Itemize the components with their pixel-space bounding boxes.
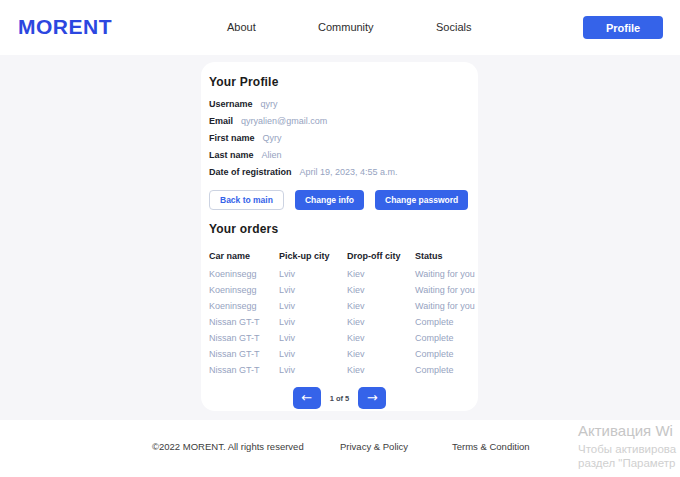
table-row: Koeninsegg Lviv Kiev Waiting for you [209, 282, 470, 298]
col-header-pickup-city: Pick-up city [279, 251, 347, 261]
nav-item-socials[interactable]: Socials [436, 21, 471, 33]
cell-dropoff-city: Kiev [347, 285, 415, 295]
cell-status: Waiting for you [415, 285, 475, 295]
next-page-button[interactable]: → [358, 387, 386, 409]
cell-pickup-city: Lviv [279, 333, 347, 343]
registration-date-value: April 19, 2023, 4:55 a.m. [300, 167, 398, 177]
col-header-dropoff-city: Drop-off city [347, 251, 415, 261]
email-label: Email [209, 116, 233, 126]
profile-button[interactable]: Profile [583, 16, 663, 39]
first-name-value: Qyry [263, 133, 282, 143]
header: MORENT About Community Socials Profile [0, 0, 680, 55]
last-name-label: Last name [209, 150, 254, 160]
page-indicator: 1 of 5 [330, 394, 350, 403]
change-password-button[interactable]: Change password [375, 190, 468, 210]
nav-item-community[interactable]: Community [318, 21, 374, 33]
cell-car-name: Nissan GT-T [209, 365, 279, 375]
table-row: Nissan GT-T Lviv Kiev Complete [209, 314, 470, 330]
profile-field-first-name: First name Qyry [209, 133, 470, 150]
profile-actions: Back to main Change info Change password [209, 190, 470, 210]
profile-field-email: Email qyryalien@gmail.com [209, 116, 470, 133]
profile-section-title: Your Profile [209, 75, 470, 89]
profile-card: Your Profile Username qyry Email qyryali… [201, 62, 478, 411]
watermark-title: Активация Wi [578, 422, 680, 439]
cell-pickup-city: Lviv [279, 365, 347, 375]
cell-status: Waiting for you [415, 269, 475, 279]
back-to-main-button[interactable]: Back to main [209, 190, 284, 210]
cell-pickup-city: Lviv [279, 301, 347, 311]
arrow-right-icon: → [367, 390, 378, 405]
cell-car-name: Nissan GT-T [209, 349, 279, 359]
main-content-area: Your Profile Username qyry Email qyryali… [0, 55, 680, 420]
cell-status: Complete [415, 365, 470, 375]
cell-dropoff-city: Kiev [347, 333, 415, 343]
cell-status: Complete [415, 333, 470, 343]
table-row: Nissan GT-T Lviv Kiev Complete [209, 330, 470, 346]
pagination: ← 1 of 5 → [209, 387, 470, 409]
username-value: qyry [261, 99, 278, 109]
cell-car-name: Koeninsegg [209, 269, 279, 279]
col-header-car-name: Car name [209, 251, 279, 261]
cell-dropoff-city: Kiev [347, 317, 415, 327]
table-row: Koeninsegg Lviv Kiev Waiting for you [209, 266, 470, 282]
table-row: Koeninsegg Lviv Kiev Waiting for you [209, 298, 470, 314]
windows-activation-watermark: Активация Wi Чтобы активирова раздел "Па… [578, 422, 680, 469]
cell-dropoff-city: Kiev [347, 349, 415, 359]
watermark-subtitle-2: раздел "Параметр [578, 457, 680, 469]
table-row: Nissan GT-T Lviv Kiev Complete [209, 346, 470, 362]
cell-pickup-city: Lviv [279, 269, 347, 279]
last-name-value: Alien [262, 150, 282, 160]
cell-pickup-city: Lviv [279, 285, 347, 295]
cell-car-name: Nissan GT-T [209, 333, 279, 343]
table-row: Nissan GT-T Lviv Kiev Complete [209, 362, 470, 378]
orders-table-header: Car name Pick-up city Drop-off city Stat… [209, 248, 470, 264]
cell-dropoff-city: Kiev [347, 365, 415, 375]
profile-field-last-name: Last name Alien [209, 150, 470, 167]
footer-link-privacy[interactable]: Privacy & Policy [340, 441, 408, 452]
col-header-status: Status [415, 251, 470, 261]
registration-date-label: Date of registration [209, 167, 292, 177]
cell-car-name: Nissan GT-T [209, 317, 279, 327]
orders-table: Car name Pick-up city Drop-off city Stat… [209, 248, 470, 378]
cell-status: Complete [415, 317, 470, 327]
footer-link-terms[interactable]: Terms & Condition [452, 441, 530, 452]
cell-pickup-city: Lviv [279, 317, 347, 327]
orders-section-title: Your orders [209, 222, 470, 236]
first-name-label: First name [209, 133, 255, 143]
cell-dropoff-city: Kiev [347, 301, 415, 311]
cell-pickup-city: Lviv [279, 349, 347, 359]
profile-field-username: Username qyry [209, 99, 470, 116]
cell-car-name: Koeninsegg [209, 285, 279, 295]
brand-logo[interactable]: MORENT [18, 15, 112, 39]
cell-status: Complete [415, 349, 470, 359]
nav-item-about[interactable]: About [227, 21, 256, 33]
watermark-subtitle-1: Чтобы активирова [578, 443, 680, 455]
email-value: qyryalien@gmail.com [241, 116, 327, 126]
footer-copyright: ©2022 MORENT. All rights reserved [152, 441, 304, 452]
cell-car-name: Koeninsegg [209, 301, 279, 311]
arrow-left-icon: ← [301, 390, 312, 405]
prev-page-button[interactable]: ← [293, 387, 321, 409]
profile-field-registration-date: Date of registration April 19, 2023, 4:5… [209, 167, 470, 184]
username-label: Username [209, 99, 253, 109]
change-info-button[interactable]: Change info [295, 190, 364, 210]
cell-status: Waiting for you [415, 301, 475, 311]
cell-dropoff-city: Kiev [347, 269, 415, 279]
